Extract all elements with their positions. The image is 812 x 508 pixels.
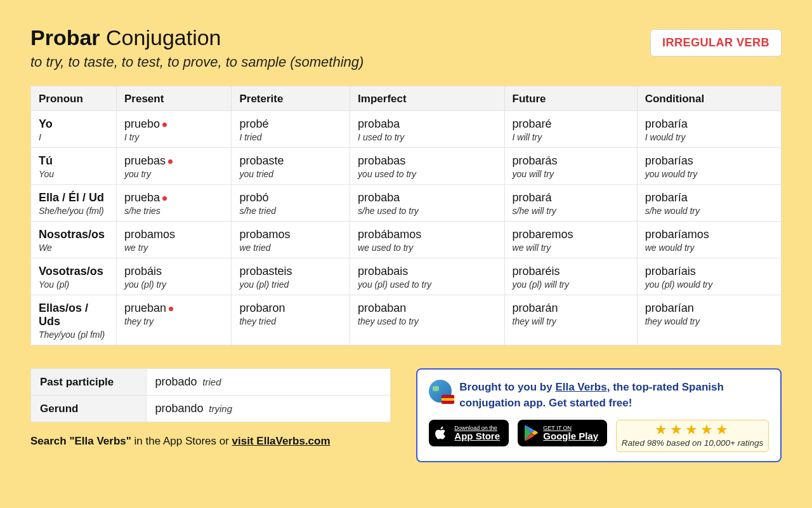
appstore-big: App Store [454,431,500,442]
search-middle: in the App Stores or [131,435,232,447]
table-row: Ella / Él / UdShe/he/you (fml)pruebas/he… [31,185,782,222]
table-row: YoIprueboI tryprobéI triedprobabaI used … [31,111,782,148]
play-big: Google Play [543,431,598,442]
conjugation-cell: probarías/he would try [637,185,781,222]
page-title: Probar Conjugation [30,25,363,50]
conjugation-cell: probaréisyou (pl) will try [504,258,637,295]
table-row: Gerund probando trying [31,396,391,422]
gerund-value: probando [155,402,204,415]
search-prefix: Search "Ella Verbs" [30,435,131,447]
conjugation-cell: probaríanthey would try [637,295,781,345]
search-instruction: Search "Ella Verbs" in the App Stores or… [30,435,391,448]
conjugation-cell: probasteisyou (pl) tried [232,258,350,295]
pronoun-cell: Ella / Él / UdShe/he/you (fml) [31,185,117,222]
app-store-button[interactable]: Download on the App Store [429,420,509,446]
conjugation-cell: probaréI will try [504,111,637,148]
app-icon [429,380,452,403]
conjugation-cell: probarásyou will try [504,148,637,185]
column-header: Conditional [637,86,781,111]
conjugation-cell: probabaisyou (pl) used to try [350,258,504,295]
irregular-badge: IRREGULAR VERB [650,29,782,57]
gerund-sub: trying [209,403,232,414]
rating-text: Rated 98% based on 10,000+ ratings [620,438,764,448]
column-header: Imperfect [350,86,504,111]
conjugation-cell: probaríasyou would try [637,148,781,185]
verb-name: Probar [30,25,100,50]
pronoun-cell: Vosotras/osYou (pl) [31,258,117,295]
conjugation-cell: probábamoswe used to try [350,222,504,258]
column-header: Future [504,86,637,111]
conjugation-cell: probós/he tried [232,185,350,222]
conjugation-cell: probarás/he will try [504,185,637,222]
conjugation-cell: probabaI used to try [350,111,504,148]
past-participle-label: Past participle [31,369,147,396]
irregular-dot [169,307,173,311]
column-header: Present [117,86,232,111]
conjugation-cell: probaríaisyou (pl) would try [637,258,781,295]
conjugation-cell: probaríamoswe would try [637,222,781,258]
conjugation-table: PronounPresentPreteriteImperfectFutureCo… [30,86,782,345]
pronoun-cell: TúYou [31,148,117,185]
conjugation-cell: probaránthey will try [504,295,637,345]
conjugation-cell: pruebas/he tries [117,185,232,222]
pronoun-cell: Ellas/os / UdsThey/you (pl fml) [31,295,117,345]
rating-box: ★★★★★ Rated 98% based on 10,000+ ratings [616,420,769,452]
conjugation-cell: probabanthey used to try [350,295,504,345]
verb-definition: to try, to taste, to test, to prove, to … [30,54,363,70]
conjugation-cell: probaríaI would try [637,111,781,148]
promo-text: Brought to you by Ella Verbs, the top-ra… [459,380,769,411]
ellaverbs-link[interactable]: visit EllaVerbs.com [232,435,331,447]
table-row: Ellas/os / UdsThey/you (pl fml)pruebanth… [31,295,782,345]
gerund-cell: probando trying [146,396,391,422]
irregular-dot [162,196,167,201]
forms-table: Past participle probado tried Gerund pro… [30,368,391,422]
conjugation-cell: probamoswe try [117,222,232,258]
irregular-dot [162,123,167,127]
past-participle-value: probado [155,375,197,388]
gerund-label: Gerund [31,396,147,422]
apple-icon [435,425,448,441]
conjugation-cell: probasteyou tried [232,148,350,185]
promo-prefix: Brought to you by [459,381,555,393]
conjugation-cell: probaremoswe will try [504,222,637,258]
table-row: Nosotras/osWeprobamoswe tryprobamoswe tr… [31,222,782,258]
title-suffix: Conjugation [106,25,221,50]
conjugation-cell: pruebasyou try [117,148,232,185]
promo-box: Brought to you by Ella Verbs, the top-ra… [416,368,782,462]
google-play-button[interactable]: GET IT ON Google Play [518,420,607,446]
conjugation-cell: probabas/he used to try [350,185,504,222]
table-row: TúYoupruebasyou tryprobasteyou triedprob… [31,148,782,185]
irregular-dot [168,159,173,164]
play-icon [524,425,538,441]
table-row: Vosotras/osYou (pl)probáisyou (pl) trypr… [31,258,782,295]
star-icons: ★★★★★ [620,423,764,437]
pronoun-cell: YoI [31,111,117,148]
promo-link[interactable]: Ella Verbs [555,381,606,393]
conjugation-cell: probéI tried [232,111,350,148]
conjugation-cell: probabasyou used to try [350,148,504,185]
conjugation-cell: probaronthey tried [232,295,350,345]
conjugation-cell: pruebanthey try [117,295,232,345]
conjugation-cell: probamoswe tried [232,222,350,258]
past-participle-cell: probado tried [146,369,391,396]
past-participle-sub: tried [202,377,221,387]
table-row: Past participle probado tried [31,369,391,396]
conjugation-cell: probáisyou (pl) try [117,258,232,295]
column-header: Preterite [232,86,350,111]
pronoun-cell: Nosotras/osWe [31,222,117,258]
conjugation-cell: prueboI try [117,111,232,148]
column-header: Pronoun [31,86,117,111]
